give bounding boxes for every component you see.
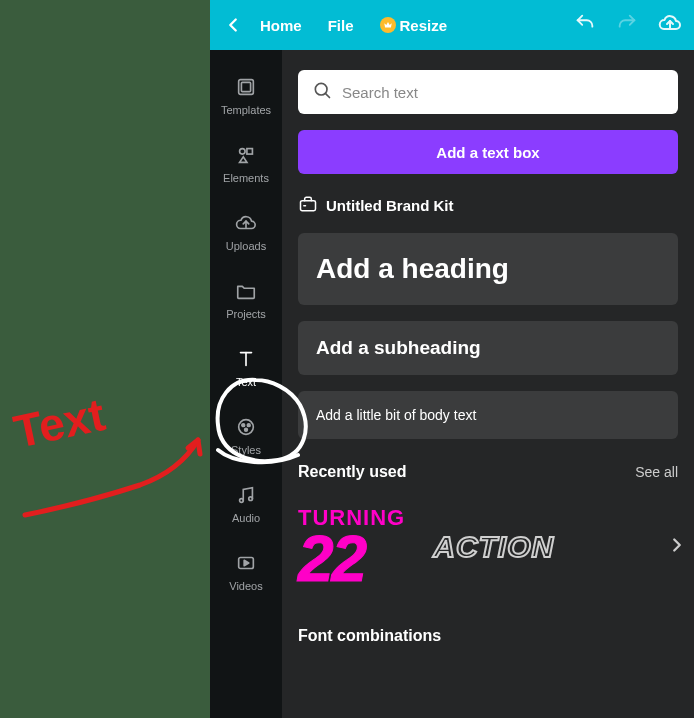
svg-point-12 <box>240 499 244 503</box>
svg-point-3 <box>240 149 246 155</box>
add-textbox-button[interactable]: Add a text box <box>298 130 678 174</box>
sidebar-item-label: Templates <box>221 104 271 116</box>
templates-icon <box>235 76 257 98</box>
brandkit-label: Untitled Brand Kit <box>326 197 454 214</box>
sidebar-item-label: Styles <box>231 444 261 456</box>
nav-resize[interactable]: Resize <box>370 11 458 40</box>
topbar: Home File Resize <box>210 0 694 50</box>
search-input[interactable] <box>342 84 664 101</box>
app-window: Home File Resize Templ <box>210 0 694 718</box>
svg-point-8 <box>239 420 254 435</box>
cloud-save-icon[interactable] <box>658 11 682 39</box>
svg-point-11 <box>245 428 248 431</box>
svg-point-10 <box>247 424 250 427</box>
recently-used-header: Recently used See all <box>298 463 678 481</box>
sidebar-item-label: Audio <box>232 512 260 524</box>
sidebar-item-label: Uploads <box>226 240 266 252</box>
preset-subheading[interactable]: Add a subheading <box>298 321 678 375</box>
projects-icon <box>235 280 257 302</box>
sidebar-item-uploads[interactable]: Uploads <box>210 202 282 262</box>
elements-icon <box>235 144 257 166</box>
sidebar-item-styles[interactable]: Styles <box>210 406 282 466</box>
sidebar-item-videos[interactable]: Videos <box>210 542 282 602</box>
svg-marker-15 <box>244 560 249 566</box>
main-area: Templates Elements Uploads Projects <box>210 50 694 718</box>
svg-rect-18 <box>301 201 316 211</box>
sidebar-item-label: Elements <box>223 172 269 184</box>
search-box[interactable] <box>298 70 678 114</box>
brand-kit-row[interactable]: Untitled Brand Kit <box>298 194 678 217</box>
back-button[interactable] <box>222 14 244 36</box>
annotation-label: Text <box>9 388 109 458</box>
brandkit-icon <box>298 194 318 217</box>
sidebar-item-audio[interactable]: Audio <box>210 474 282 534</box>
uploads-icon <box>235 212 257 234</box>
nav-home[interactable]: Home <box>250 11 312 40</box>
recently-used-row: TURNING 22 ACTION <box>298 505 678 589</box>
styles-icon <box>235 416 257 438</box>
undo-icon[interactable] <box>574 12 596 38</box>
sidebar-item-templates[interactable]: Templates <box>210 66 282 126</box>
sidebar-item-label: Text <box>236 376 256 388</box>
recent-template-1[interactable]: TURNING 22 <box>298 505 405 589</box>
nav-resize-label: Resize <box>400 17 448 34</box>
recent-template-1-num: 22 <box>298 531 405 589</box>
recently-used-title: Recently used <box>298 463 406 481</box>
sidebar-item-text[interactable]: Text <box>210 338 282 398</box>
see-all-link[interactable]: See all <box>635 464 678 480</box>
preset-body[interactable]: Add a little bit of body text <box>298 391 678 439</box>
font-combinations-title: Font combinations <box>298 627 678 645</box>
redo-icon[interactable] <box>616 12 638 38</box>
text-panel: Add a text box Untitled Brand Kit Add a … <box>282 50 694 718</box>
svg-rect-2 <box>241 82 250 91</box>
search-icon <box>312 80 332 104</box>
sidebar-item-label: Videos <box>229 580 262 592</box>
topbar-right <box>574 11 682 39</box>
audio-icon <box>235 484 257 506</box>
sidebar-item-projects[interactable]: Projects <box>210 270 282 330</box>
sidebar-item-label: Projects <box>226 308 266 320</box>
carousel-next-icon[interactable] <box>666 534 688 560</box>
svg-point-9 <box>242 424 245 427</box>
svg-rect-4 <box>247 149 253 155</box>
preset-heading[interactable]: Add a heading <box>298 233 678 305</box>
sidebar-item-elements[interactable]: Elements <box>210 134 282 194</box>
videos-icon <box>235 552 257 574</box>
svg-point-13 <box>249 497 253 501</box>
svg-line-17 <box>325 93 329 97</box>
sidebar: Templates Elements Uploads Projects <box>210 50 282 718</box>
nav-file[interactable]: File <box>318 11 364 40</box>
text-icon <box>235 348 257 370</box>
recent-template-2[interactable]: ACTION <box>433 530 554 564</box>
crown-icon <box>380 17 396 33</box>
